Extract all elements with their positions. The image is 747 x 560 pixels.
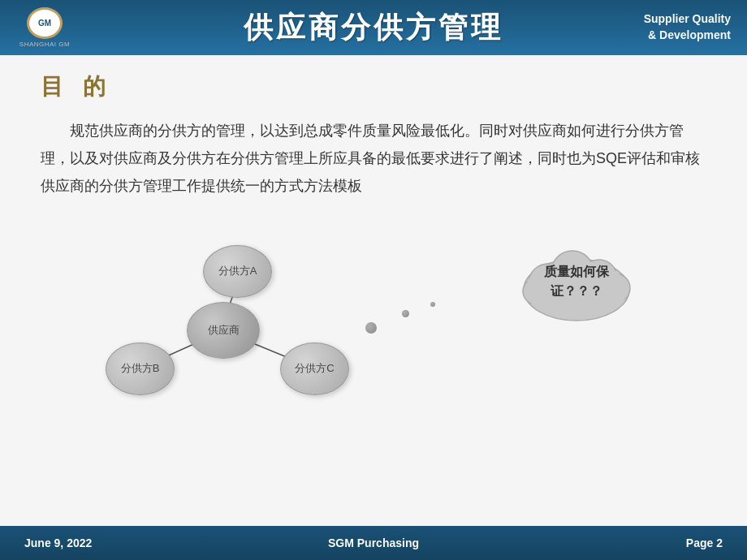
- header-right-text: Supplier Quality & Development: [644, 11, 731, 43]
- sub-supplier-a-bubble: 分供方A: [203, 245, 272, 298]
- body-text-content: 规范供应商的分供方的管理，以达到总成零件质量风险最低化。同时对供应商如何进行分供…: [41, 123, 700, 194]
- dot-small-3: [430, 302, 435, 307]
- logo-area: GM SHANGHAI GM: [16, 7, 73, 48]
- sub-a-label: 分供方A: [218, 264, 257, 278]
- sub-supplier-b-bubble: 分供方B: [106, 342, 175, 395]
- footer-date: June 9, 2022: [24, 536, 122, 549]
- sqd-line1: Supplier Quality: [644, 11, 731, 28]
- gm-logo: GM: [27, 7, 63, 39]
- section-title: 目 的: [41, 71, 706, 102]
- sub-b-label: 分供方B: [121, 361, 160, 376]
- footer-center: SGM Purchasing: [325, 536, 422, 549]
- bubble-cluster: 供应商 分供方A 分供方B 分供方C: [89, 225, 365, 411]
- company-name: SHANGHAI GM: [19, 41, 70, 48]
- header: GM SHANGHAI GM 供应商分供方管理 Supplier Quality…: [0, 0, 747, 55]
- supplier-label: 供应商: [208, 323, 240, 338]
- dot-small-2: [402, 310, 409, 317]
- gm-logo-text: GM: [38, 19, 51, 28]
- sqd-line2: & Development: [644, 28, 731, 44]
- cloud-text-content: 质量如何保证？？？: [528, 262, 625, 301]
- main-content: 目 的 规范供应商的分供方的管理，以达到总成零件质量风险最低化。同时对供应商如何…: [0, 55, 747, 526]
- footer-page: Page 2: [625, 536, 723, 549]
- body-paragraph: 规范供应商的分供方的管理，以达到总成零件质量风险最低化。同时对供应商如何进行分供…: [41, 117, 706, 200]
- cloud-bubble: 质量如何保证？？？: [512, 241, 641, 322]
- sub-supplier-c-bubble: 分供方C: [280, 342, 349, 395]
- supplier-bubble: 供应商: [187, 302, 260, 359]
- footer: June 9, 2022 SGM Purchasing Page 2: [0, 526, 747, 560]
- sub-c-label: 分供方C: [295, 361, 334, 376]
- diagram-area: 供应商 分供方A 分供方B 分供方C: [41, 217, 706, 420]
- dot-small-1: [365, 322, 377, 334]
- slide-title: 供应商分供方管理: [244, 8, 503, 48]
